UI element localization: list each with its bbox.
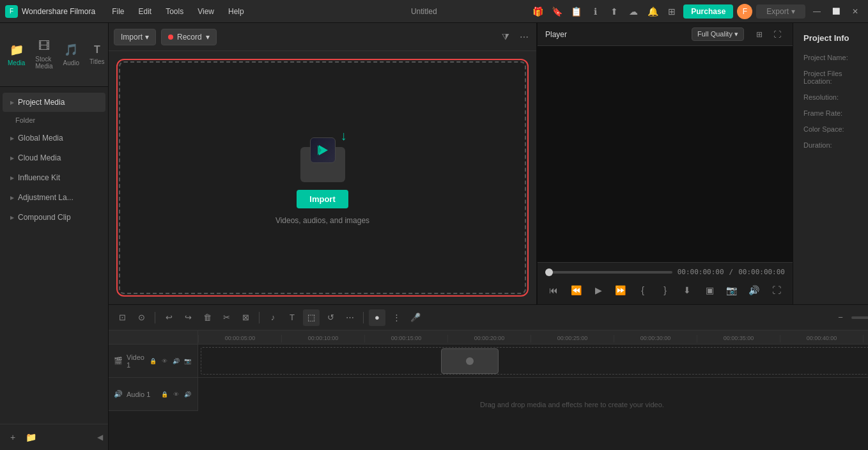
snapshot-icon[interactable]: 📷 xyxy=(724,281,741,299)
video-track: + xyxy=(198,345,868,378)
current-time: 00:00:00:00 xyxy=(678,268,724,276)
video-track-label: 🎬 Video 1 🔒 👁 🔊 📷 xyxy=(109,345,198,378)
record-button[interactable]: Record ▾ xyxy=(161,29,217,45)
sidebar-item-influence-kit[interactable]: ▶ Influence Kit xyxy=(3,168,105,187)
skip-back-icon[interactable]: ⏮ xyxy=(545,281,562,299)
tab-stock-media[interactable]: 🎞 Stock Media xyxy=(30,36,58,74)
maximize-button[interactable]: ⬜ xyxy=(828,4,844,19)
sidebar-folder[interactable]: Folder xyxy=(0,112,108,128)
menu-file[interactable]: File xyxy=(105,4,130,19)
video-drop-zone[interactable] xyxy=(201,347,868,375)
sidebar-project-media-label: Project Media xyxy=(18,98,65,107)
grid-view-icon[interactable]: ⊞ xyxy=(752,27,767,42)
audio-eye-icon[interactable]: 👁 xyxy=(171,389,181,400)
menu-view[interactable]: View xyxy=(191,4,221,19)
sidebar-item-global-media[interactable]: ▶ Global Media xyxy=(3,128,105,148)
quality-select[interactable]: Full Quality ▾ xyxy=(692,27,744,41)
expand-icon[interactable]: ⛶ xyxy=(768,281,785,299)
sidebar-item-project-media[interactable]: ▶ Project Media xyxy=(3,93,105,112)
play-icon[interactable]: ▶ xyxy=(590,281,607,299)
more-tools-icon[interactable]: ⋯ xyxy=(341,309,358,326)
sidebar-cloud-media-label: Cloud Media xyxy=(18,153,61,162)
minimize-button[interactable]: — xyxy=(809,4,825,19)
progress-bar[interactable] xyxy=(545,271,672,274)
transform-icon[interactable]: ⬚ xyxy=(303,309,320,326)
new-folder-icon[interactable]: 📁 xyxy=(23,430,38,445)
tab-audio[interactable]: 🎵 Audio xyxy=(58,39,85,70)
menu-edit[interactable]: Edit xyxy=(132,4,159,19)
audio-detach-icon[interactable]: ♪ xyxy=(265,309,281,326)
scene-detect-icon[interactable]: ⊡ xyxy=(114,309,130,326)
video-lock-icon[interactable]: 🔒 xyxy=(148,356,159,366)
microphone-icon[interactable]: 🎤 xyxy=(407,309,424,326)
sidebar-item-cloud-media[interactable]: ▶ Cloud Media xyxy=(3,148,105,167)
export-button[interactable]: Export ▾ xyxy=(756,4,805,19)
bookmark-icon[interactable]: 🔖 xyxy=(549,4,564,19)
split-audio-icon[interactable]: ⋮ xyxy=(388,309,405,326)
picture-in-picture-icon[interactable]: ▣ xyxy=(701,281,718,299)
media-drop-area[interactable]: ↓ Import Videos, audios, and images xyxy=(119,61,526,294)
tab-media[interactable]: 📁 Media xyxy=(3,39,30,70)
step-back-icon[interactable]: ⏪ xyxy=(568,281,585,299)
quality-label: Full Quality xyxy=(697,30,732,38)
purchase-button[interactable]: Purchase xyxy=(683,4,733,19)
fullscreen-icon[interactable]: ⛶ xyxy=(770,27,785,42)
import-media-button[interactable]: Import xyxy=(297,190,348,208)
cut-icon[interactable]: ✂ xyxy=(218,309,235,326)
zoom-slider[interactable] xyxy=(851,316,868,319)
crop-icon[interactable]: ⊠ xyxy=(237,309,254,326)
sidebar-nav: ▶ Project Media Folder ▶ Global Media ▶ … xyxy=(0,87,108,424)
volume-icon[interactable]: 🔊 xyxy=(745,281,763,299)
collapse-sidebar-button[interactable]: ◀ xyxy=(97,433,103,442)
ruler-mark-9: 00:00:45:00 xyxy=(863,335,868,343)
audio-track-label: 🔊 Audio 1 🔒 👁 🔊 xyxy=(109,378,198,411)
chevron-icon-5: ▶ xyxy=(10,195,14,201)
menu-help[interactable]: Help xyxy=(222,4,251,19)
audio-speaker-icon[interactable]: 🔊 xyxy=(182,389,192,400)
notification-icon[interactable]: 🔔 xyxy=(645,4,660,19)
menu-tools[interactable]: Tools xyxy=(159,4,190,19)
step-forward-icon[interactable]: ⏩ xyxy=(612,281,629,299)
close-button[interactable]: ✕ xyxy=(848,4,863,19)
info-row-duration: Duration: 00:00:00:00 xyxy=(803,141,868,149)
ripple-edit-icon[interactable]: ● xyxy=(369,309,385,326)
copy-icon[interactable]: 📋 xyxy=(568,4,584,19)
redo-icon[interactable]: ↪ xyxy=(180,309,196,326)
player-tab[interactable]: Player xyxy=(545,27,567,42)
titlebar-right: 🎁 🔖 📋 ℹ ⬆ ☁ 🔔 ⊞ Purchase F Export ▾ — ⬜ … xyxy=(530,4,863,19)
text-icon[interactable]: T xyxy=(284,309,300,326)
insert-icon[interactable]: ⬇ xyxy=(679,281,696,299)
sidebar-item-compound-clip[interactable]: ▶ Compound Clip xyxy=(3,208,105,227)
zoom-out-icon[interactable]: − xyxy=(832,309,849,326)
share-icon[interactable]: ⬆ xyxy=(607,4,622,19)
tab-stock-media-label: Stock Media xyxy=(35,56,52,70)
magnet-icon[interactable]: ⊙ xyxy=(133,309,150,326)
mark-out-icon[interactable]: } xyxy=(656,281,674,299)
apps-icon[interactable]: ⊞ xyxy=(664,4,679,19)
timeline-ruler: 00:00:05:00 00:00:10:00 00:00:15:00 00:0… xyxy=(198,330,868,345)
cloud-icon[interactable]: ☁ xyxy=(626,4,641,19)
video-eye-icon[interactable]: 👁 xyxy=(160,356,170,366)
info-label-name: Project Name: xyxy=(803,53,864,61)
gift-icon[interactable]: 🎁 xyxy=(530,4,545,19)
filter-icon[interactable]: ⧩ xyxy=(499,29,512,45)
media-toolbar-right: ⧩ ⋯ xyxy=(499,29,531,45)
mark-in-icon[interactable]: { xyxy=(634,281,651,299)
video-speaker-icon[interactable]: 🔊 xyxy=(171,356,182,366)
sidebar-item-adjustment-layer[interactable]: ▶ Adjustment La... xyxy=(3,188,105,207)
zoom-controls: − + ⊞ ⊟ xyxy=(832,309,868,326)
rotate-icon[interactable]: ↺ xyxy=(322,309,339,326)
info-icon[interactable]: ℹ xyxy=(587,4,603,19)
tab-titles[interactable]: T Titles xyxy=(84,40,110,69)
progress-handle[interactable] xyxy=(545,268,553,276)
undo-icon[interactable]: ↩ xyxy=(160,309,177,326)
delete-icon[interactable]: 🗑 xyxy=(199,309,215,326)
import-button[interactable]: Import ▾ xyxy=(114,29,156,45)
tab-audio-label: Audio xyxy=(63,59,80,66)
more-options-icon[interactable]: ⋯ xyxy=(517,29,531,45)
video-camera-icon[interactable]: 📷 xyxy=(183,356,193,366)
add-folder-icon[interactable]: + xyxy=(5,430,20,445)
audio-lock-icon[interactable]: 🔒 xyxy=(159,389,169,400)
info-label-resolution: Resolution: xyxy=(803,93,864,101)
avatar[interactable]: F xyxy=(737,4,752,19)
